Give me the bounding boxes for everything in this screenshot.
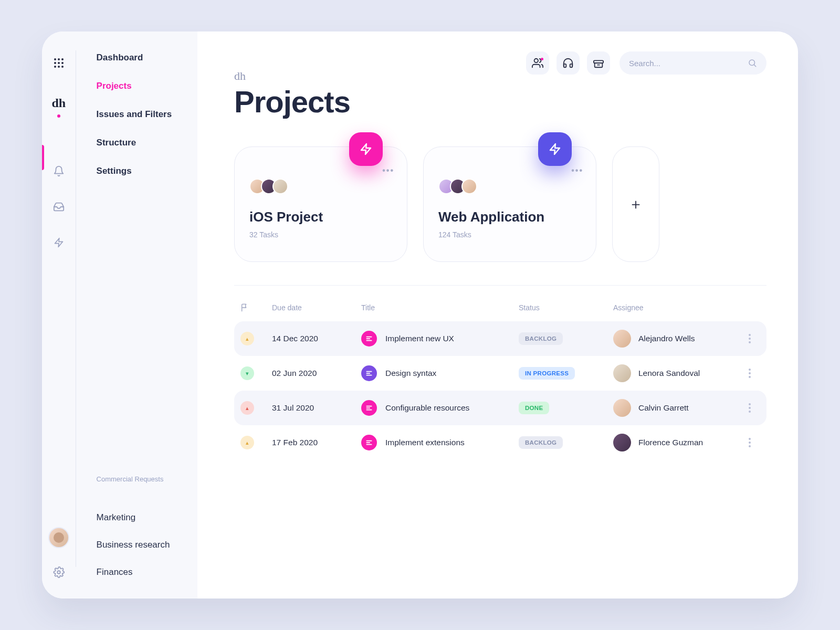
- brand-logo-icon[interactable]: dh: [48, 92, 69, 113]
- sidebar-item-marketing[interactable]: Marketing: [97, 512, 182, 523]
- avatar: [461, 178, 477, 194]
- cell-status: BACKLOG: [519, 332, 613, 345]
- card-subtitle: 124 Tasks: [438, 230, 581, 239]
- svg-point-0: [54, 58, 56, 60]
- sidebar-main-links: Dashboard Projects Issues and Filters St…: [97, 52, 182, 176]
- icon-rail: dh: [42, 32, 76, 598]
- table-row[interactable]: ▴31 Jul 2020Configurable resourcesDONECa…: [234, 391, 766, 425]
- row-menu-icon[interactable]: [739, 403, 760, 413]
- svg-point-3: [54, 62, 56, 64]
- plus-icon: ＋: [628, 194, 643, 214]
- sidebar-item-projects[interactable]: Projects: [97, 81, 182, 91]
- main-panel: dh Projects ••• iOS Project 32 Tasks: [197, 32, 798, 598]
- priority-flag-icon: ▾: [240, 366, 254, 380]
- row-menu-icon[interactable]: [739, 369, 760, 378]
- svg-point-5: [61, 62, 64, 64]
- table-body: ▴14 Dec 2020Implement new UXBACKLOGAleja…: [234, 321, 766, 460]
- svg-point-9: [57, 571, 60, 574]
- apps-icon[interactable]: [48, 52, 69, 74]
- task-type-icon: [361, 400, 377, 416]
- svg-point-8: [61, 66, 64, 68]
- cell-due: 14 Dec 2020: [272, 334, 361, 343]
- svg-point-10: [534, 59, 538, 62]
- avatar: [613, 364, 631, 382]
- card-avatars: [438, 178, 581, 194]
- bell-icon[interactable]: [48, 161, 69, 182]
- divider: [234, 285, 766, 286]
- tasks-table: Due date Title Status Assignee ▴14 Dec 2…: [234, 298, 766, 460]
- cell-title: Implement extensions: [361, 435, 519, 450]
- cell-status: IN PROGRESS: [519, 367, 613, 380]
- task-type-icon: [361, 331, 377, 346]
- status-badge: BACKLOG: [519, 332, 563, 345]
- avatar: [272, 178, 288, 194]
- notification-dot: [541, 58, 543, 60]
- svg-point-7: [58, 66, 60, 68]
- cell-title: Design syntax: [361, 365, 519, 381]
- sidebar-item-settings[interactable]: Settings: [97, 166, 182, 176]
- row-menu-icon[interactable]: [739, 438, 760, 447]
- row-menu-icon[interactable]: [739, 334, 760, 343]
- svg-point-12: [749, 60, 755, 66]
- col-status[interactable]: Status: [519, 303, 613, 312]
- card-more-icon[interactable]: •••: [382, 166, 394, 175]
- cell-status: BACKLOG: [519, 436, 613, 449]
- col-due[interactable]: Due date: [272, 303, 361, 312]
- card-badge-icon: [349, 132, 383, 166]
- project-card-web[interactable]: ••• Web Application 124 Tasks: [423, 146, 596, 262]
- table-row[interactable]: ▾02 Jun 2020Design syntaxIN PROGRESSLeno…: [234, 356, 766, 391]
- col-flag-icon: [240, 303, 272, 312]
- cell-assignee: Calvin Garrett: [613, 399, 739, 417]
- cell-due: 17 Feb 2020: [272, 438, 361, 447]
- sidebar-nav: Dashboard Projects Issues and Filters St…: [76, 32, 197, 598]
- app-window: dh Dashboard Projects Issues and Fil: [42, 32, 798, 598]
- sidebar-section: Commercial Requests Marketing Business r…: [97, 475, 182, 578]
- sidebar-item-dashboard[interactable]: Dashboard: [97, 52, 182, 63]
- cell-assignee: Alejandro Wells: [613, 330, 739, 348]
- inbox-icon[interactable]: [48, 196, 69, 217]
- search-input[interactable]: [629, 59, 748, 68]
- task-type-icon: [361, 365, 377, 381]
- card-title: Web Application: [438, 209, 581, 225]
- project-cards: ••• iOS Project 32 Tasks •••: [234, 146, 766, 262]
- avatar: [613, 434, 631, 452]
- sidebar-item-issues[interactable]: Issues and Filters: [97, 109, 182, 120]
- add-project-button[interactable]: ＋: [612, 146, 659, 262]
- cell-title: Configurable resources: [361, 400, 519, 416]
- svg-point-4: [58, 62, 60, 64]
- sidebar-item-business-research[interactable]: Business research: [97, 540, 182, 550]
- card-avatars: [249, 178, 392, 194]
- priority-flag-icon: ▴: [240, 332, 254, 345]
- people-icon[interactable]: [526, 51, 549, 75]
- status-badge: DONE: [519, 402, 549, 414]
- gear-icon[interactable]: [48, 562, 69, 583]
- priority-flag-icon: ▴: [240, 401, 254, 415]
- page-title: Projects: [234, 84, 766, 119]
- cell-status: DONE: [519, 402, 613, 414]
- table-header: Due date Title Status Assignee: [234, 298, 766, 321]
- svg-rect-11: [594, 60, 603, 63]
- sidebar-section-title: Commercial Requests: [97, 475, 182, 483]
- table-row[interactable]: ▴17 Feb 2020Implement extensionsBACKLOGF…: [234, 425, 766, 460]
- project-card-ios[interactable]: ••• iOS Project 32 Tasks: [234, 146, 407, 262]
- svg-point-2: [61, 58, 64, 60]
- sidebar-item-structure[interactable]: Structure: [97, 138, 182, 148]
- priority-flag-icon: ▴: [240, 436, 254, 449]
- card-title: iOS Project: [249, 209, 392, 225]
- search-icon: [748, 58, 757, 68]
- card-subtitle: 32 Tasks: [249, 230, 392, 239]
- col-assignee[interactable]: Assignee: [613, 303, 739, 312]
- bolt-icon[interactable]: [48, 232, 69, 253]
- sidebar-item-finances[interactable]: Finances: [97, 567, 182, 578]
- cell-title: Implement new UX: [361, 331, 519, 346]
- task-type-icon: [361, 435, 377, 450]
- card-more-icon[interactable]: •••: [571, 166, 583, 175]
- current-user-avatar[interactable]: [48, 527, 69, 548]
- card-badge-icon: [538, 132, 572, 166]
- svg-point-1: [58, 58, 60, 60]
- avatar: [613, 399, 631, 417]
- col-title[interactable]: Title: [361, 303, 519, 312]
- cell-due: 31 Jul 2020: [272, 403, 361, 413]
- cell-due: 02 Jun 2020: [272, 369, 361, 378]
- table-row[interactable]: ▴14 Dec 2020Implement new UXBACKLOGAleja…: [234, 321, 766, 356]
